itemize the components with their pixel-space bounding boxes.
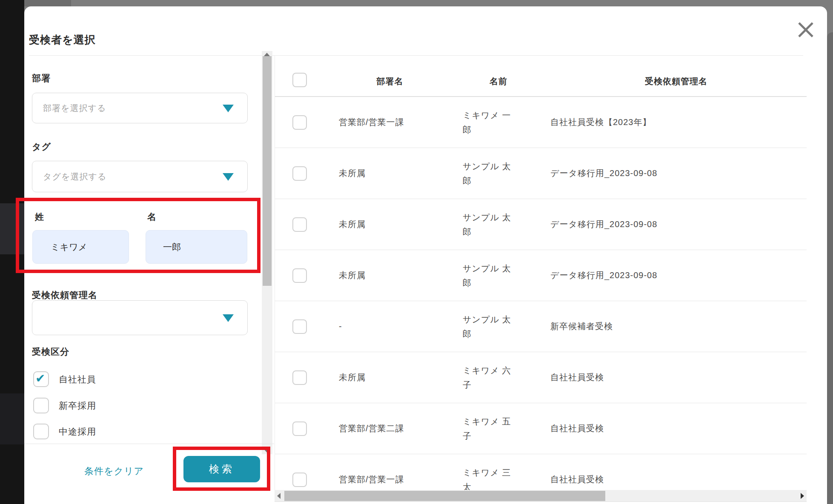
overlay-top-dark (24, 0, 71, 6)
category-checkbox[interactable] (33, 398, 49, 413)
category-checkbox[interactable]: ✔ (33, 371, 49, 387)
close-icon[interactable] (797, 21, 814, 38)
row-checkbox[interactable] (292, 319, 307, 334)
cell-department: 未所属 (328, 372, 452, 383)
last-name-label: 姓 (35, 211, 44, 223)
table-body: 営業部/営業一課ミキワメ 一郎自社社員受検【2023年】未所属サンプル 太郎デー… (275, 97, 807, 490)
row-checkbox[interactable] (292, 421, 307, 436)
scroll-right-arrow-icon[interactable] (801, 493, 804, 499)
cell-request: 新卒候補者受検 (545, 321, 807, 332)
header-name: 名前 (452, 76, 545, 87)
chevron-down-icon (223, 105, 234, 112)
request-name-label: 受検依頼管理名 (32, 289, 97, 301)
cell-name-text: ミキワメ 一郎 (463, 108, 519, 137)
first-name-value: 一郎 (163, 241, 181, 253)
panel-scrollbar-vertical[interactable] (262, 51, 272, 454)
first-name-field[interactable]: 一郎 (146, 230, 247, 264)
last-name-field[interactable]: ミキワメ (32, 230, 129, 264)
scroll-left-arrow-icon[interactable] (277, 493, 281, 499)
overlay-top (24, 0, 833, 6)
cell-request: データ移行用_2023-09-08 (545, 219, 807, 230)
request-name-select[interactable] (32, 300, 248, 335)
footer-divider (24, 444, 274, 444)
first-name-label: 名 (147, 211, 157, 223)
cell-name-text: ミキワメ 六子 (463, 363, 519, 392)
background-card-edge (827, 32, 833, 504)
table-scrollbar-thumb[interactable] (284, 491, 605, 501)
cell-name-text: サンプル 太郎 (463, 312, 519, 341)
screen: 受検者を選択 部署 部署を選択する タグ タグを選択する 姓 名 ミキワメ 一郎… (0, 0, 833, 504)
cell-name: ミキワメ 一郎 (452, 108, 545, 137)
table-row: 未所属サンプル 太郎データ移行用_2023-09-08 (275, 199, 807, 250)
cell-name: サンプル 太郎 (452, 210, 545, 239)
examinee-table: 部署名 名前 受検依頼管理名 営業部/営業一課ミキワメ 一郎自社社員受検【202… (275, 56, 807, 490)
table-scrollbar-horizontal[interactable] (275, 490, 807, 502)
cell-department: 未所属 (328, 219, 452, 230)
table-row: 営業部/営業一課ミキワメ 一郎自社社員受検【2023年】 (275, 97, 807, 148)
category-checkbox[interactable] (33, 424, 49, 439)
cell-request: 自社社員受検 (545, 474, 807, 485)
table-row: 未所属サンプル 太郎データ移行用_2023-09-08 (275, 148, 807, 199)
cell-name-text: ミキワメ 三太 (463, 465, 519, 490)
cell-request: データ移行用_2023-09-08 (545, 270, 807, 281)
cell-department: 未所属 (328, 168, 452, 179)
last-name-value: ミキワメ (51, 241, 87, 253)
table-row: 営業部/営業二課ミキワメ 五子自社社員受検 (275, 403, 807, 454)
cell-department: - (328, 322, 452, 331)
table-row: 未所属サンプル 太郎データ移行用_2023-09-08 (275, 250, 807, 301)
category-checkbox-label: 中途採用 (59, 426, 96, 438)
chevron-down-icon (223, 314, 234, 322)
row-checkbox[interactable] (292, 166, 307, 181)
search-button[interactable]: 検索 (183, 456, 260, 482)
select-examinee-modal: 受検者を選択 部署 部署を選択する タグ タグを選択する 姓 名 ミキワメ 一郎… (24, 6, 827, 504)
chevron-down-icon (223, 173, 234, 181)
row-checkbox[interactable] (292, 217, 307, 232)
department-label: 部署 (32, 72, 51, 84)
cell-name: サンプル 太郎 (452, 261, 545, 290)
select-all-checkbox[interactable] (292, 73, 307, 87)
table-row: -サンプル 太郎新卒候補者受検 (275, 301, 807, 352)
row-checkbox[interactable] (292, 473, 307, 487)
cell-name-text: サンプル 太郎 (463, 261, 519, 290)
cell-name-text: サンプル 太郎 (463, 210, 519, 239)
cell-department: 未所属 (328, 270, 452, 281)
header-department: 部署名 (328, 76, 452, 87)
cell-name: ミキワメ 六子 (452, 363, 545, 392)
scroll-down-arrow-icon[interactable] (264, 449, 270, 453)
panel-scrollbar-thumb[interactable] (263, 56, 272, 286)
row-checkbox[interactable] (292, 370, 307, 385)
tag-select[interactable]: タグを選択する (32, 161, 248, 192)
row-checkbox[interactable] (292, 268, 307, 283)
modal-title: 受検者を選択 (29, 33, 96, 47)
cell-name: サンプル 太郎 (452, 159, 545, 188)
category-checkbox-label: 自社社員 (59, 373, 96, 385)
cell-request: データ移行用_2023-09-08 (545, 168, 807, 179)
background-sidebar-item (0, 203, 24, 254)
cell-name-text: ミキワメ 五子 (463, 414, 519, 443)
category-checkbox-label: 新卒採用 (59, 400, 96, 412)
check-icon: ✔ (35, 371, 45, 385)
cell-department: 営業部/営業一課 (328, 117, 452, 128)
cell-name: ミキワメ 五子 (452, 414, 545, 443)
cell-department: 営業部/営業一課 (328, 474, 452, 485)
scroll-up-arrow-icon[interactable] (264, 53, 270, 56)
clear-conditions-link[interactable]: 条件をクリア (84, 465, 144, 478)
table-header-row: 部署名 名前 受検依頼管理名 (275, 56, 807, 97)
cell-request: 自社社員受検 (545, 372, 807, 383)
category-label: 受検区分 (32, 346, 69, 358)
background-sidebar-item (0, 393, 24, 444)
row-checkbox[interactable] (292, 115, 307, 130)
cell-request: 自社社員受検 (545, 423, 807, 434)
cell-name-text: サンプル 太郎 (463, 159, 519, 188)
department-select[interactable]: 部署を選択する (32, 93, 248, 123)
cell-request: 自社社員受検【2023年】 (545, 117, 807, 128)
cell-name: サンプル 太郎 (452, 312, 545, 341)
tag-placeholder: タグを選択する (43, 171, 106, 182)
header-request: 受検依頼管理名 (545, 76, 807, 87)
table-row: 営業部/営業一課ミキワメ 三太自社社員受検 (275, 454, 807, 490)
table-row: 未所属ミキワメ 六子自社社員受検 (275, 352, 807, 403)
cell-name: ミキワメ 三太 (452, 465, 545, 490)
cell-department: 営業部/営業二課 (328, 423, 452, 434)
tag-label: タグ (32, 141, 51, 153)
department-placeholder: 部署を選択する (43, 103, 106, 114)
